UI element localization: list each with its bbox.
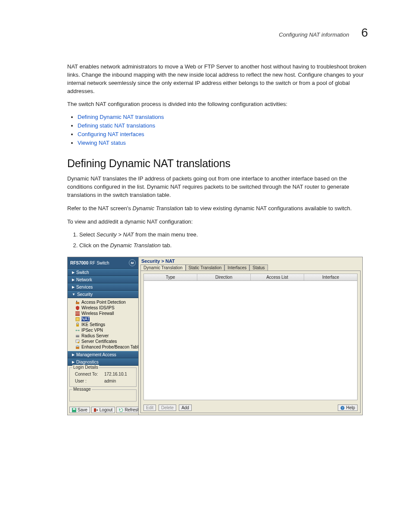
tab-dynamic-translation[interactable]: Dynamic Translation <box>140 264 186 271</box>
page-header-title: Configuring NAT information <box>279 31 349 38</box>
tree-item-label: IPSec VPN <box>81 328 103 333</box>
tree-item-radius-server[interactable]: Radius Server <box>68 333 138 339</box>
probe-icon <box>75 345 80 349</box>
server-icon <box>75 334 80 338</box>
svg-rect-0 <box>76 302 79 304</box>
save-icon <box>72 408 76 412</box>
ap-icon <box>75 300 80 305</box>
tree-item-ap-detection[interactable]: Access Point Detection <box>68 299 138 305</box>
svg-rect-14 <box>76 347 79 349</box>
column-access-list[interactable]: Access List <box>251 274 304 280</box>
help-icon: ? <box>340 406 345 410</box>
intro-lead: The switch NAT configuration process is … <box>67 100 368 109</box>
svg-rect-6 <box>76 324 79 327</box>
sidebar-item-label: Services <box>76 285 93 289</box>
device-label: RFS7000 RF Switch <box>70 261 109 265</box>
sidebar-item-switch[interactable]: ▶ Switch <box>68 269 138 276</box>
steps-list: Select Security > NAT from the main menu… <box>67 231 368 250</box>
chevron-right-icon: ▶ <box>72 285 75 289</box>
step-2-post: tab. <box>161 242 171 249</box>
sidebar-tree-security: Access Point Detection Wireless IDS/IPS … <box>68 298 138 351</box>
tree-item-label: IKE Settings <box>81 322 105 327</box>
message-box: Message <box>69 389 137 401</box>
page-header: Configuring NAT information 6 <box>43 26 368 40</box>
certificate-icon <box>75 339 80 344</box>
sidebar-item-label: Security <box>77 292 93 297</box>
login-legend: Login Details <box>72 365 99 370</box>
column-interface[interactable]: Interface <box>304 274 357 280</box>
svg-rect-16 <box>73 408 75 410</box>
sidebar-item-label: Management Access <box>76 352 116 357</box>
section-p1: Dynamic NAT translates the IP address of… <box>67 175 368 199</box>
tree-item-nat[interactable]: NAT <box>68 316 138 322</box>
svg-rect-17 <box>94 408 96 412</box>
tree-item-server-certificates[interactable]: Server Certificates <box>68 339 138 344</box>
add-button[interactable]: Add <box>179 404 192 411</box>
delete-button: Delete <box>159 404 176 411</box>
breadcrumb: Security > NAT <box>139 257 362 264</box>
logout-button[interactable]: Logout <box>91 407 115 413</box>
tree-item-label: Wireless Firewall <box>81 311 114 316</box>
svg-rect-5 <box>76 317 79 321</box>
link-nat-interfaces[interactable]: Configuring NAT interfaces <box>78 131 144 137</box>
step-2-em: Dynamic Translation <box>110 242 161 249</box>
step-2-pre: Click on the <box>79 242 110 249</box>
sidebar-item-label: Diagnostics <box>76 360 99 364</box>
section-p2: Refer to the NAT screen's Dynamic Transl… <box>67 205 368 213</box>
device-label-bold: RFS7000 <box>70 261 88 265</box>
table-header: Type Direction Access List Interface <box>144 274 357 281</box>
sidebar-item-management-access[interactable]: ▶ Management Access <box>68 351 138 358</box>
svg-rect-1 <box>76 301 77 302</box>
device-label-rest: RF Switch <box>88 261 109 265</box>
vpn-icon <box>75 328 80 333</box>
edit-button: Edit <box>143 404 156 411</box>
sidebar-item-network[interactable]: ▶ Network <box>68 276 138 283</box>
login-value: 172.16.10.1 <box>104 372 127 376</box>
login-key: Connect To: <box>75 372 100 376</box>
tree-item-ipsec-vpn[interactable]: IPSec VPN <box>68 327 138 333</box>
step-1-pre: Select <box>79 231 97 238</box>
tree-item-wireless-firewall[interactable]: Wireless Firewall <box>68 311 138 316</box>
logout-icon <box>94 408 98 412</box>
tab-static-translation[interactable]: Static Translation <box>186 264 225 271</box>
chevron-right-icon: ▶ <box>72 360 75 364</box>
svg-rect-11 <box>76 335 79 336</box>
tree-item-label: Wireless IDS/IPS <box>81 305 115 310</box>
tree-item-wireless-ids[interactable]: Wireless IDS/IPS <box>68 305 138 311</box>
tab-interfaces[interactable]: Interfaces <box>224 264 249 271</box>
link-nat-status[interactable]: Viewing NAT status <box>78 140 126 146</box>
login-row-connect: Connect To: 172.16.10.1 <box>72 372 134 376</box>
tree-item-label: Access Point Detection <box>81 300 126 305</box>
section-p3: To view and add/edit a dynamic NAT confi… <box>67 218 368 226</box>
tree-item-label: NAT <box>81 317 90 321</box>
panel-button-bar: Edit Delete Add ? Help <box>141 403 360 413</box>
step-1: Select Security > NAT from the main menu… <box>79 231 368 239</box>
tree-item-probe-beacon[interactable]: Enhanced Probe/Beacon Table <box>68 344 138 350</box>
sidebar-item-services[interactable]: ▶ Services <box>68 283 138 291</box>
sidebar-item-security[interactable]: ▼ Security <box>68 291 138 298</box>
tab-panel: Type Direction Access List Interface Edi… <box>140 271 361 413</box>
tree-item-ike-settings[interactable]: IKE Settings <box>68 322 138 327</box>
save-button-label: Save <box>78 408 87 412</box>
tree-item-label: Enhanced Probe/Beacon Table <box>81 345 141 349</box>
refresh-icon <box>119 408 123 412</box>
link-dynamic-nat[interactable]: Defining Dynamic NAT translations <box>78 114 164 120</box>
nat-table: Type Direction Access List Interface <box>143 274 358 400</box>
main-panel: Security > NAT Dynamic Translation Stati… <box>138 257 362 415</box>
svg-rect-2 <box>75 311 80 316</box>
tab-status[interactable]: Status <box>249 264 268 271</box>
chevron-right-icon: ▶ <box>72 278 75 282</box>
help-button[interactable]: ? Help <box>338 404 358 411</box>
link-static-nat[interactable]: Defining static NAT translations <box>78 122 155 129</box>
save-button[interactable]: Save <box>69 407 90 413</box>
app-window: RFS7000 RF Switch M ▶ Switch ▶ Network ▶… <box>67 257 363 415</box>
login-key: User : <box>75 379 100 383</box>
chevron-right-icon: ▶ <box>72 353 75 357</box>
column-direction[interactable]: Direction <box>197 274 251 280</box>
sidebar-button-bar: Save Logout Refresh <box>68 405 138 415</box>
sidebar-title: RFS7000 RF Switch M <box>68 257 138 269</box>
sidebar: RFS7000 RF Switch M ▶ Switch ▶ Network ▶… <box>68 257 138 415</box>
column-type[interactable]: Type <box>144 274 197 280</box>
step-1-em: Security > NAT <box>97 231 134 238</box>
section-p2-post: tab to view existing dynamic NAT configu… <box>183 205 352 212</box>
